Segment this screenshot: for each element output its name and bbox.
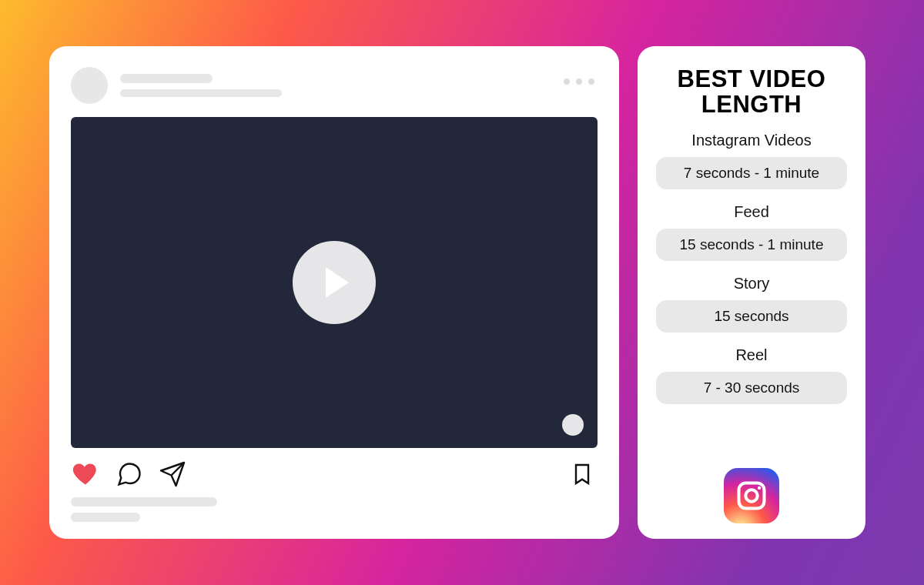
play-icon bbox=[326, 267, 349, 298]
group-label: Reel bbox=[656, 346, 847, 364]
group-label: Feed bbox=[656, 203, 847, 221]
post-action-bar bbox=[71, 459, 598, 490]
instagram-logo-icon bbox=[724, 468, 779, 523]
length-group-instagram-videos: Instagram Videos 7 seconds - 1 minute bbox=[656, 132, 847, 189]
group-label: Story bbox=[656, 275, 847, 292]
share-button[interactable] bbox=[159, 460, 186, 488]
group-value: 15 seconds - 1 minute bbox=[656, 229, 847, 261]
post-header bbox=[71, 65, 598, 106]
bookmark-button[interactable] bbox=[570, 460, 594, 488]
username-placeholder bbox=[120, 74, 213, 83]
caption-line-1 bbox=[71, 497, 217, 506]
length-group-reel: Reel 7 - 30 seconds bbox=[656, 346, 847, 404]
like-button[interactable] bbox=[71, 460, 100, 488]
group-label: Instagram Videos bbox=[656, 132, 847, 149]
header-text-placeholder bbox=[120, 74, 282, 97]
heart-icon bbox=[71, 460, 100, 488]
caption-line-2 bbox=[71, 513, 140, 522]
svg-point-2 bbox=[758, 486, 761, 490]
group-value: 7 - 30 seconds bbox=[656, 372, 847, 404]
bookmark-icon bbox=[570, 460, 594, 488]
avatar-placeholder bbox=[71, 67, 108, 104]
info-sidebar: BEST VIDEO LENGTH Instagram Videos 7 sec… bbox=[638, 46, 865, 539]
length-group-story: Story 15 seconds bbox=[656, 275, 847, 333]
svg-point-1 bbox=[745, 490, 757, 501]
play-button[interactable] bbox=[293, 241, 376, 324]
more-options-button[interactable] bbox=[564, 79, 594, 85]
sidebar-title: BEST VIDEO LENGTH bbox=[656, 66, 847, 118]
group-value: 7 seconds - 1 minute bbox=[656, 157, 847, 189]
length-group-feed: Feed 15 seconds - 1 minute bbox=[656, 203, 847, 261]
instagram-post-card bbox=[49, 46, 619, 539]
subtitle-placeholder bbox=[120, 89, 282, 97]
send-icon bbox=[159, 460, 186, 488]
comment-button[interactable] bbox=[116, 460, 143, 488]
caption-placeholder bbox=[71, 497, 598, 522]
group-value: 15 seconds bbox=[656, 300, 847, 333]
video-preview[interactable] bbox=[71, 117, 598, 448]
video-corner-indicator bbox=[562, 414, 584, 436]
comment-icon bbox=[116, 460, 143, 488]
